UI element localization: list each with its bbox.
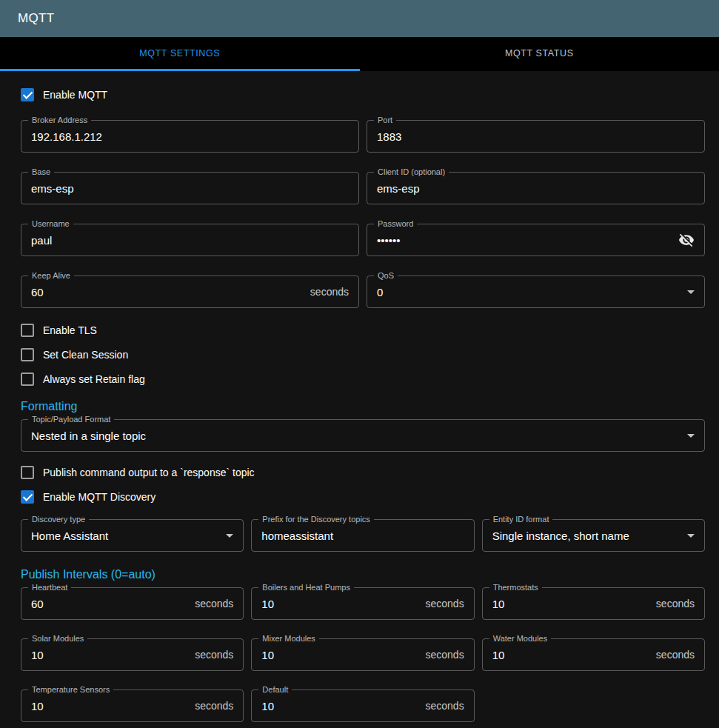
field-label: Heartbeat [28, 583, 71, 592]
water-interval-field[interactable]: Water Modules 10 seconds [482, 638, 705, 671]
default-interval-field[interactable]: Default 10 seconds [251, 689, 474, 722]
solar-interval-field[interactable]: Solar Modules 10 seconds [21, 638, 244, 671]
broker-address-field[interactable]: Broker Address 192.168.1.212 [21, 120, 359, 153]
field-suffix: seconds [426, 649, 464, 661]
discovery-prefix-field[interactable]: Prefix for the Discovery topics homeassi… [251, 519, 474, 552]
checkbox-label: Enable MQTT Discovery [43, 491, 155, 503]
field-value: 10 [261, 598, 418, 610]
field-label: Client ID (optional) [374, 167, 449, 176]
tab-mqtt-settings[interactable]: MQTT SETTINGS [0, 37, 360, 71]
field-value: 1883 [377, 130, 695, 143]
discovery-type-select[interactable]: Discovery type Home Assistant [21, 519, 244, 552]
heartbeat-interval-field[interactable]: Heartbeat 60 seconds [21, 587, 244, 620]
tab-bar: MQTT SETTINGS MQTT STATUS [0, 37, 719, 71]
password-field[interactable]: Password •••••• [367, 224, 705, 256]
checkbox-label: Always set Retain flag [43, 373, 145, 385]
field-label: Topic/Payload Format [28, 415, 114, 424]
field-label: Solar Modules [28, 634, 87, 643]
thermostats-interval-field[interactable]: Thermostats 10 seconds [482, 587, 705, 620]
base-field[interactable]: Base ems-esp [21, 172, 359, 204]
publish-response-checkbox[interactable]: Publish command output to a `response` t… [21, 464, 705, 481]
tab-mqtt-status[interactable]: MQTT STATUS [360, 37, 719, 71]
field-value: 192.168.1.212 [31, 130, 349, 143]
dropdown-arrow-icon [226, 534, 233, 538]
field-value: 60 [31, 598, 187, 610]
field-label: Broker Address [28, 116, 91, 124]
field-suffix: seconds [195, 649, 233, 661]
formatting-section-title: Formatting [21, 400, 705, 413]
field-suffix: seconds [426, 700, 464, 712]
field-label: Default [258, 685, 292, 694]
entity-id-format-select[interactable]: Entity ID format Single instance, short … [482, 519, 705, 552]
credentials-row: Username paul Password •••••• [21, 224, 705, 256]
publish-intervals-grid: Heartbeat 60 seconds Boilers and Heat Pu… [21, 587, 705, 722]
checkbox-icon[interactable] [21, 88, 34, 101]
field-label: Entity ID format [489, 515, 553, 524]
field-value: 10 [492, 598, 649, 610]
field-label: Password [374, 219, 417, 228]
checkbox-icon[interactable] [21, 324, 34, 337]
field-label: Prefix for the Discovery topics [258, 515, 374, 524]
field-label: Discovery type [28, 515, 89, 524]
app-header: MQTT [0, 0, 719, 37]
checkbox-icon[interactable] [21, 373, 34, 386]
field-suffix: seconds [195, 598, 233, 610]
base-clientid-row: Base ems-esp Client ID (optional) ems-es… [21, 172, 705, 204]
checkbox-icon[interactable] [21, 466, 34, 479]
field-label: Thermostats [489, 583, 542, 592]
checkbox-label: Set Clean Session [43, 349, 128, 361]
field-value: 0 [377, 286, 680, 298]
field-label: Water Modules [489, 634, 552, 643]
enable-tls-checkbox[interactable]: Enable TLS [21, 321, 705, 339]
clean-session-checkbox[interactable]: Set Clean Session [21, 346, 705, 364]
field-value: 60 [31, 286, 303, 298]
field-suffix: seconds [195, 700, 233, 712]
page-title: MQTT [18, 11, 54, 26]
keep-alive-field[interactable]: Keep Alive 60 seconds [21, 275, 359, 308]
enable-discovery-checkbox[interactable]: Enable MQTT Discovery [21, 488, 705, 506]
username-field[interactable]: Username paul [21, 224, 359, 256]
field-value: 10 [492, 649, 649, 661]
retain-flag-checkbox[interactable]: Always set Retain flag [21, 370, 705, 388]
field-label: Keep Alive [28, 271, 74, 280]
checkbox-label: Publish command output to a `response` t… [43, 467, 255, 478]
topic-payload-format-select[interactable]: Topic/Payload Format Nested in a single … [21, 419, 705, 452]
publish-intervals-section-title: Publish Intervals (0=auto) [21, 568, 705, 581]
field-suffix: seconds [656, 649, 695, 661]
field-label: QoS [374, 271, 398, 280]
field-label: Boilers and Heat Pumps [258, 583, 354, 592]
port-field[interactable]: Port 1883 [367, 120, 705, 153]
dropdown-arrow-icon [687, 534, 695, 538]
field-label: Mixer Modules [258, 634, 319, 643]
dropdown-arrow-icon [687, 434, 695, 438]
checkbox-label: Enable MQTT [43, 89, 107, 101]
field-value: Single instance, short name [492, 530, 680, 542]
temperature-sensors-interval-field[interactable]: Temperature Sensors 10 seconds [21, 689, 244, 722]
field-label: Temperature Sensors [28, 685, 113, 694]
field-value: •••••• [377, 234, 671, 247]
checkbox-icon[interactable] [21, 490, 34, 504]
boilers-interval-field[interactable]: Boilers and Heat Pumps 10 seconds [251, 587, 474, 620]
field-value: homeassistant [261, 530, 464, 542]
field-suffix: seconds [310, 286, 349, 298]
checkbox-icon[interactable] [21, 348, 34, 361]
field-value: 10 [31, 700, 187, 712]
broker-port-row: Broker Address 192.168.1.212 Port 1883 [21, 120, 705, 153]
toggle-password-visibility-button[interactable] [678, 232, 695, 248]
main-content: Enable MQTT Broker Address 192.168.1.212… [0, 71, 719, 722]
visibility-off-icon [678, 232, 695, 248]
qos-select[interactable]: QoS 0 [367, 275, 705, 308]
keepalive-qos-row: Keep Alive 60 seconds QoS 0 [21, 275, 705, 308]
client-id-field[interactable]: Client ID (optional) ems-esp [367, 172, 705, 204]
field-label: Port [374, 116, 396, 124]
field-value: ems-esp [377, 182, 695, 195]
field-suffix: seconds [656, 598, 695, 610]
field-value: Nested in a single topic [31, 430, 680, 442]
field-suffix: seconds [426, 598, 464, 610]
field-value: 10 [261, 649, 418, 661]
field-value: Home Assistant [31, 530, 218, 542]
enable-mqtt-checkbox[interactable]: Enable MQTT [21, 86, 705, 104]
field-label: Base [28, 167, 54, 176]
mixer-interval-field[interactable]: Mixer Modules 10 seconds [251, 638, 474, 671]
field-value: ems-esp [31, 182, 349, 195]
